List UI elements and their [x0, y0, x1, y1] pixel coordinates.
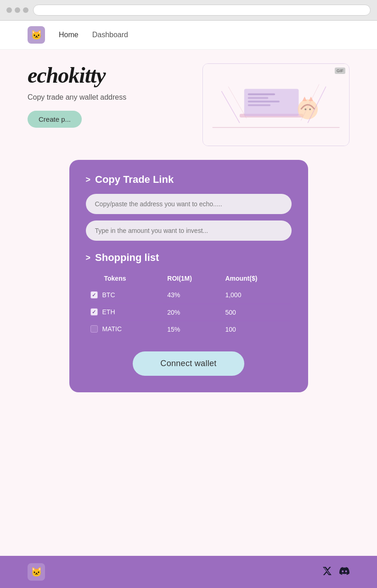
browser-dots: [6, 7, 28, 13]
hero-text: echokitty Copy trade any wallet address …: [28, 63, 184, 128]
token-cell-1: ETH: [86, 304, 163, 321]
table-header-row: Tokens ROI(1M) Amount($): [86, 272, 292, 287]
hero-illustration: GIF: [203, 63, 349, 146]
twitter-icon[interactable]: [322, 566, 332, 578]
col-roi: ROI(1M): [163, 272, 220, 287]
nav-logo: 🐱: [28, 26, 45, 44]
hero-subtitle: Copy trade any wallet address: [28, 93, 184, 102]
copy-trade-title: Copy Trade Link: [95, 174, 174, 186]
checkbox-matic[interactable]: [90, 325, 98, 333]
shopping-title: Shopping list: [95, 252, 159, 264]
col-tokens: Tokens: [86, 272, 163, 287]
svg-rect-7: [248, 104, 270, 106]
connect-wallet-wrap: Connect wallet: [86, 351, 292, 376]
create-button[interactable]: Create p...: [28, 111, 82, 128]
table-row: BTC43%1,000: [86, 287, 292, 304]
navbar: 🐱 Home Dashboard: [0, 21, 377, 50]
address-input[interactable]: [86, 194, 292, 214]
browser-dot-1: [6, 7, 12, 13]
checkbox-btc[interactable]: [90, 291, 98, 299]
table-row: MATIC15%100: [86, 321, 292, 338]
shopping-header: > Shopping list: [86, 252, 292, 264]
token-cell-0: BTC: [86, 287, 163, 304]
shopping-section: > Shopping list Tokens ROI(1M) Amount($)…: [86, 252, 292, 338]
roi-cell-0: 43%: [163, 287, 220, 304]
col-amount: Amount($): [220, 272, 291, 287]
svg-rect-5: [248, 97, 269, 99]
footer-social-icons: [322, 566, 349, 578]
checkbox-eth[interactable]: [90, 308, 98, 316]
svg-point-12: [309, 108, 311, 110]
table-row: ETH20%500: [86, 304, 292, 321]
hero-section: echokitty Copy trade any wallet address …: [28, 63, 349, 146]
browser-addressbar[interactable]: [33, 5, 371, 16]
illustration-svg: [203, 64, 349, 146]
amount-cell-2: 100: [220, 321, 291, 338]
nav-dashboard[interactable]: Dashboard: [92, 31, 128, 39]
browser-dot-2: [15, 7, 20, 13]
shopping-table: Tokens ROI(1M) Amount($) BTC43%1,000ETH2…: [86, 272, 292, 338]
roi-cell-2: 15%: [163, 321, 220, 338]
hero-title: echokitty: [28, 63, 184, 88]
amount-cell-1: 500: [220, 304, 291, 321]
token-name-0: BTC: [102, 291, 115, 299]
roi-cell-1: 20%: [163, 304, 220, 321]
token-name-1: ETH: [102, 308, 115, 316]
amount-cell-0: 1,000: [220, 287, 291, 304]
token-cell-2: MATIC: [86, 321, 163, 337]
copy-trade-chevron: >: [86, 175, 91, 185]
amount-input[interactable]: [86, 220, 292, 241]
connect-wallet-button[interactable]: Connect wallet: [133, 351, 244, 376]
shopping-chevron: >: [86, 253, 91, 263]
modal-panel: > Copy Trade Link > Shopping list Tokens…: [69, 160, 308, 392]
svg-rect-6: [248, 101, 280, 102]
footer-logo: 🐱: [28, 563, 45, 581]
main-content: echokitty Copy trade any wallet address …: [0, 50, 377, 556]
browser-chrome: [0, 0, 377, 21]
svg-rect-4: [248, 93, 275, 95]
browser-dot-3: [23, 7, 28, 13]
footer: 🐱: [0, 556, 377, 588]
discord-icon[interactable]: [339, 566, 349, 578]
gif-badge: GIF: [335, 68, 345, 74]
token-name-2: MATIC: [102, 325, 122, 333]
copy-trade-header: > Copy Trade Link: [86, 174, 292, 186]
nav-home[interactable]: Home: [59, 31, 79, 39]
